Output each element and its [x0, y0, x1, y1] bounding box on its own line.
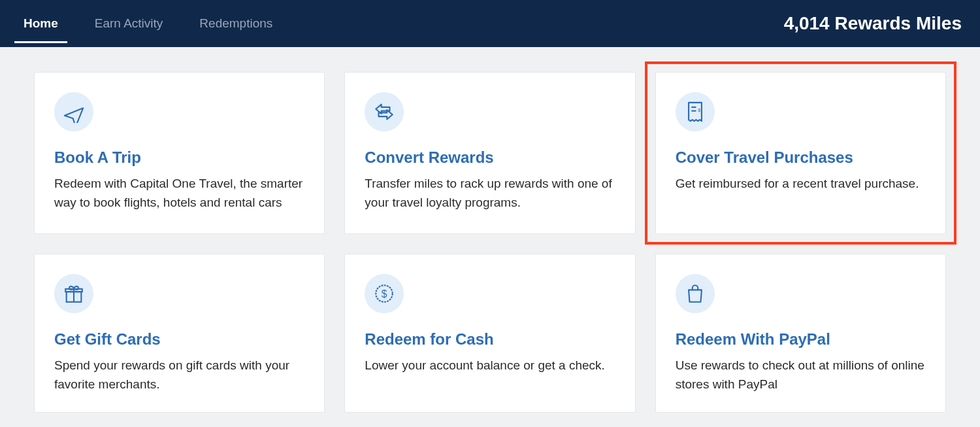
gift-icon	[54, 274, 93, 313]
cash-icon: $	[365, 274, 404, 313]
page-header: Home Earn Activity Redemptions 4,014 Rew…	[0, 0, 980, 47]
card-cover-travel-purchases[interactable]: $ Cover Travel Purchases Get reimbursed …	[655, 72, 946, 234]
card-redeem-for-cash[interactable]: $ Redeem for Cash Lower your account bal…	[344, 254, 635, 413]
tab-earn-activity[interactable]: Earn Activity	[86, 0, 172, 47]
card-title: Convert Rewards	[365, 148, 615, 167]
rewards-miles-balance: 4,014 Rewards Miles	[784, 13, 962, 34]
card-book-a-trip[interactable]: Book A Trip Redeem with Capital One Trav…	[34, 72, 325, 234]
airplane-icon	[54, 92, 93, 131]
card-title: Cover Travel Purchases	[676, 148, 926, 167]
card-convert-rewards[interactable]: Convert Rewards Transfer miles to rack u…	[344, 72, 635, 234]
card-description: Redeem with Capital One Travel, the smar…	[54, 175, 304, 212]
svg-text:$: $	[698, 108, 700, 113]
card-get-gift-cards[interactable]: Get Gift Cards Spend your rewards on gif…	[34, 254, 325, 413]
shopping-bag-icon	[676, 274, 715, 313]
card-title: Get Gift Cards	[54, 330, 304, 349]
cards-grid: Book A Trip Redeem with Capital One Trav…	[0, 47, 980, 413]
tab-home[interactable]: Home	[14, 0, 67, 47]
card-description: Use rewards to check out at millions of …	[676, 356, 926, 394]
tabs: Home Earn Activity Redemptions	[14, 0, 282, 47]
tab-redemptions[interactable]: Redemptions	[190, 0, 282, 47]
card-description: Get reimbursed for a recent travel purch…	[676, 175, 926, 194]
card-title: Redeem for Cash	[365, 330, 615, 349]
card-description: Transfer miles to rack up rewards with o…	[365, 175, 615, 212]
card-description: Lower your account balance or get a chec…	[365, 356, 615, 375]
convert-icon	[365, 92, 404, 131]
highlight-annotation: $ Cover Travel Purchases Get reimbursed …	[655, 72, 946, 234]
svg-text:$: $	[382, 288, 387, 299]
card-title: Redeem With PayPal	[676, 330, 926, 349]
card-description: Spend your rewards on gift cards with yo…	[54, 356, 304, 394]
card-redeem-with-paypal[interactable]: Redeem With PayPal Use rewards to check …	[655, 254, 946, 413]
card-title: Book A Trip	[54, 148, 304, 167]
receipt-icon: $	[676, 92, 715, 131]
